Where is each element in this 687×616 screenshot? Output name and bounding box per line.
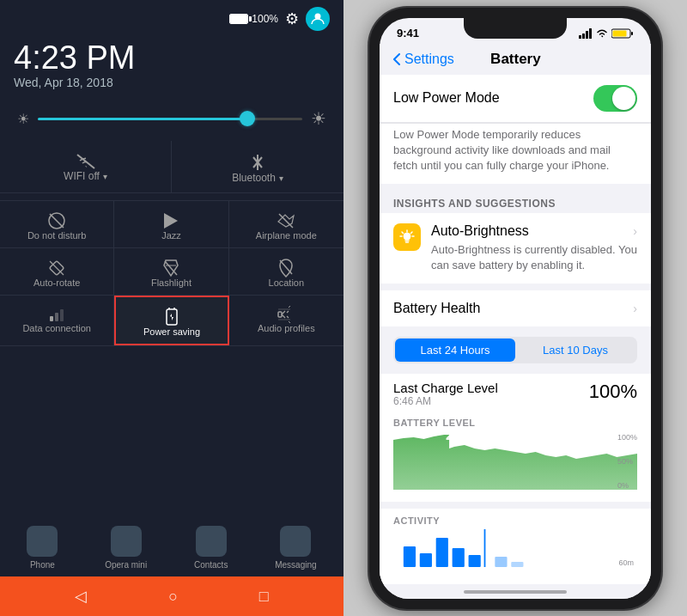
- audio-profiles-tile[interactable]: Audio profiles: [229, 296, 344, 345]
- contacts-label: Contacts: [194, 560, 228, 570]
- android-status-bar: 100% ⚙: [0, 0, 344, 34]
- activity-y-label: 60m: [618, 558, 634, 567]
- data-icon: [48, 306, 65, 323]
- phone-label: Phone: [30, 560, 55, 570]
- graph-y-labels: 100% 50% 0%: [617, 431, 637, 491]
- svg-rect-49: [436, 538, 448, 567]
- messaging-app[interactable]: Messaging: [275, 526, 316, 570]
- low-power-section: Low Power Mode Low Power Mode temporaril…: [380, 75, 651, 185]
- ios-clock: 9:41: [397, 27, 419, 40]
- svg-rect-50: [453, 548, 465, 567]
- svg-rect-48: [420, 553, 432, 567]
- brightness-slider[interactable]: [38, 118, 302, 120]
- phone-app[interactable]: Phone: [27, 526, 58, 570]
- do-not-disturb-tile[interactable]: Do not disturb: [0, 201, 114, 247]
- svg-rect-23: [278, 312, 282, 317]
- activity-graph-label: ACTIVITY: [393, 515, 637, 526]
- bluetooth-label: Bluetooth ▾: [232, 172, 283, 184]
- svg-line-14: [165, 261, 177, 275]
- ios-back-button[interactable]: Settings: [393, 52, 454, 67]
- svg-rect-33: [582, 34, 585, 39]
- dnd-label: Do not disturb: [27, 230, 86, 241]
- iphone-frame: 9:41: [369, 8, 661, 609]
- svg-line-27: [287, 316, 289, 318]
- slider-thumb[interactable]: [240, 111, 255, 126]
- notch: [464, 18, 567, 39]
- activity-graph-section: ACTIVITY: [380, 509, 651, 584]
- auto-rotate-tile[interactable]: Auto-rotate: [0, 248, 114, 295]
- ios-page-title: Battery: [454, 51, 577, 68]
- airplane-icon: [277, 211, 295, 230]
- wifi-tile[interactable]: WIFI off ▾: [0, 141, 172, 193]
- auto-brightness-row[interactable]: Auto-Brightness › Auto-Brightness is cur…: [380, 213, 651, 284]
- battery-health-row[interactable]: Battery Health ›: [380, 290, 651, 326]
- do-not-disturb-icon: [47, 211, 66, 230]
- low-power-row: Low Power Mode: [380, 75, 651, 123]
- location-icon: [278, 259, 294, 278]
- battery-health-label: Battery Health: [393, 301, 633, 316]
- opera-app[interactable]: Opera mini: [105, 526, 147, 570]
- location-tile[interactable]: Location: [229, 248, 344, 295]
- home-indicator[interactable]: [464, 590, 567, 594]
- flashlight-label: Flashlight: [151, 278, 192, 288]
- location-label: Location: [269, 278, 305, 288]
- auto-rotate-label: Auto-rotate: [33, 278, 80, 288]
- recents-button[interactable]: □: [259, 588, 269, 606]
- svg-point-39: [404, 233, 410, 240]
- messaging-label: Messaging: [275, 560, 316, 570]
- wifi-off-icon: [76, 153, 96, 170]
- quick-tiles-row2: Auto-rotate Flashlight Location: [0, 247, 344, 295]
- low-power-desc: Low Power Mode temporarily reduces backg…: [380, 123, 651, 185]
- ios-battery-icon: [611, 28, 634, 39]
- quick-tiles-2col: WIFI off ▾ Bluetooth ▾: [0, 141, 344, 200]
- avatar[interactable]: [306, 7, 330, 31]
- date-display: Wed, Apr 18, 2018: [14, 76, 330, 89]
- power-saving-tile[interactable]: Power saving: [114, 296, 228, 345]
- signal-icon: [579, 28, 593, 39]
- svg-rect-37: [631, 32, 633, 35]
- svg-rect-35: [589, 28, 592, 39]
- auto-brightness-desc: Auto-Brightness is currently disabled. Y…: [431, 242, 637, 273]
- wifi-icon-ios: [596, 28, 608, 38]
- tab-10d[interactable]: Last 10 Days: [515, 338, 635, 362]
- toggle-thumb: [612, 87, 635, 110]
- activity-chart-svg: [393, 529, 637, 567]
- svg-rect-19: [60, 309, 64, 321]
- jazz-tile[interactable]: Jazz: [114, 201, 228, 247]
- svg-rect-18: [55, 313, 58, 321]
- back-button[interactable]: ◁: [75, 587, 87, 606]
- bluetooth-tile[interactable]: Bluetooth ▾: [172, 141, 344, 193]
- data-label: Data connection: [22, 323, 91, 333]
- iphone-screen: 9:41: [380, 18, 651, 599]
- battery-percent: 100%: [252, 13, 278, 25]
- svg-line-28: [289, 306, 290, 308]
- app-row: Phone Opera mini Contacts Messaging: [0, 345, 344, 576]
- low-power-toggle[interactable]: [593, 85, 637, 112]
- audio-profiles-label: Audio profiles: [258, 323, 315, 333]
- y-label-0: 0%: [617, 481, 637, 490]
- lightbulb-icon: [399, 229, 415, 245]
- battery-time-tabs: Last 24 Hours Last 10 Days: [393, 337, 637, 363]
- tab-24h[interactable]: Last 24 Hours: [395, 338, 515, 362]
- battery-level-chart: 100% 50% 0%: [393, 431, 637, 491]
- flashlight-tile[interactable]: Flashlight: [114, 248, 228, 295]
- flashlight-icon: [162, 259, 179, 278]
- svg-rect-47: [404, 546, 416, 567]
- clock-display: 4:23 PM: [14, 41, 330, 74]
- time-block: 4:23 PM Wed, Apr 18, 2018: [0, 34, 344, 103]
- svg-rect-17: [50, 316, 53, 321]
- data-connection-tile[interactable]: Data connection: [0, 296, 114, 345]
- svg-line-43: [411, 232, 413, 234]
- android-panel: 100% ⚙ 4:23 PM Wed, Apr 18, 2018 ☀ ☀: [0, 0, 344, 616]
- ios-scrollable-content[interactable]: Settings Battery Low Power Mode Low Powe…: [380, 44, 651, 599]
- contacts-app[interactable]: Contacts: [194, 526, 228, 570]
- airplane-tile[interactable]: Airplane mode: [229, 201, 344, 247]
- ios-status-icons: [579, 28, 634, 39]
- auto-brightness-section: Auto-Brightness › Auto-Brightness is cur…: [380, 213, 651, 284]
- brightness-row: ☀ ☀: [0, 103, 344, 141]
- svg-rect-53: [511, 562, 523, 567]
- settings-icon[interactable]: ⚙: [285, 9, 299, 28]
- home-button[interactable]: ○: [168, 588, 178, 606]
- svg-line-8: [50, 214, 64, 228]
- chevron-icon: ›: [633, 224, 637, 238]
